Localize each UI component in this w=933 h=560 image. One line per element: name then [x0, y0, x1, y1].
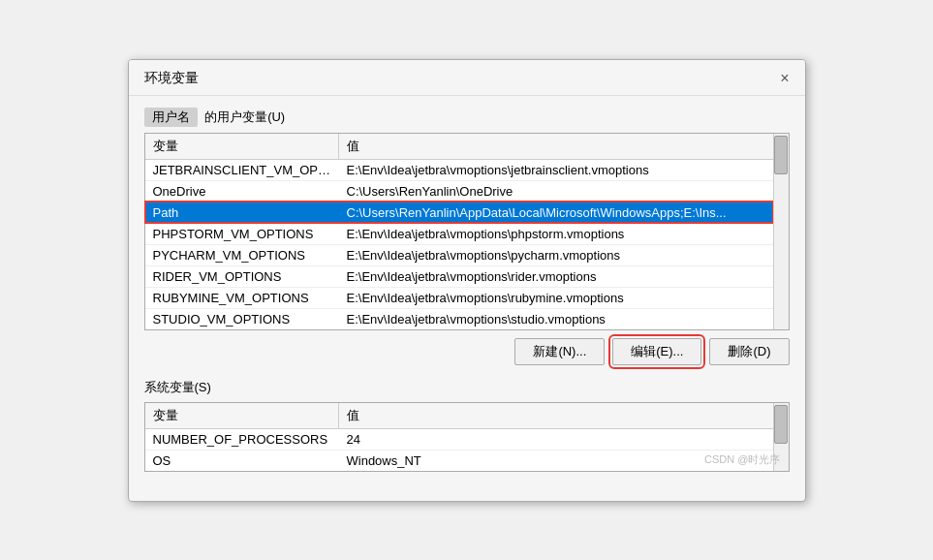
system-table-header-row: 变量 值: [145, 403, 773, 429]
system-col-val-header: 值: [339, 403, 773, 429]
system-table-wrapper: 变量 值 NUMBER_OF_PROCESSORS24OSWindows_NT …: [144, 402, 790, 472]
user-col-val-header: 值: [339, 134, 773, 160]
user-row-var: Path: [145, 202, 339, 223]
user-scrollbar-thumb[interactable]: [774, 136, 788, 174]
system-table-row[interactable]: OSWindows_NT: [145, 450, 773, 471]
user-buttons-row: 新建(N)... 编辑(E)... 删除(D): [144, 338, 790, 365]
user-scrollbar-track[interactable]: [773, 134, 789, 329]
user-table-header-row: 变量 值: [145, 134, 773, 160]
user-row-var: RIDER_VM_OPTIONS: [145, 265, 339, 287]
system-scrollbar-thumb[interactable]: [774, 405, 788, 444]
user-table-row[interactable]: OneDriveC:\Users\RenYanlin\OneDrive: [145, 180, 773, 202]
delete-user-var-button[interactable]: 删除(D): [709, 338, 789, 365]
user-section-header: 用户名 的用户变量(U): [144, 108, 790, 127]
system-table: 变量 值 NUMBER_OF_PROCESSORS24OSWindows_NT: [145, 403, 773, 471]
user-row-var: OneDrive: [145, 180, 339, 202]
system-table-body: NUMBER_OF_PROCESSORS24OSWindows_NT: [145, 428, 773, 471]
user-row-val: E:\Env\Idea\jetbra\vmoptions\studio.vmop…: [339, 308, 773, 329]
user-row-val: E:\Env\Idea\jetbra\vmoptions\rider.vmopt…: [339, 265, 773, 287]
new-user-var-button[interactable]: 新建(N)...: [514, 338, 605, 365]
user-row-var: PHPSTORM_VM_OPTIONS: [145, 223, 339, 244]
dialog-title: 环境变量: [144, 70, 199, 87]
title-bar: 环境变量 ×: [129, 60, 805, 96]
system-table-container: 变量 值 NUMBER_OF_PROCESSORS24OSWindows_NT …: [144, 402, 790, 472]
user-table-inner: 变量 值 JETBRAINSCLIENT_VM_OPTI...E:\Env\Id…: [145, 134, 773, 329]
user-table-wrapper: 变量 值 JETBRAINSCLIENT_VM_OPTI...E:\Env\Id…: [144, 133, 790, 330]
user-row-val: C:\Users\RenYanlin\AppData\Local\Microso…: [339, 202, 773, 223]
system-variables-section: 系统变量(S) 变量 值 NUMBER_OF_: [144, 379, 790, 472]
user-table-row[interactable]: PathC:\Users\RenYanlin\AppData\Local\Mic…: [145, 202, 773, 223]
user-table-row[interactable]: PYCHARM_VM_OPTIONSE:\Env\Idea\jetbra\vmo…: [145, 244, 773, 265]
user-variables-section: 用户名 的用户变量(U) 变量 值: [144, 108, 790, 365]
user-row-var: STUDIO_VM_OPTIONS: [145, 308, 339, 329]
user-table-row[interactable]: PHPSTORM_VM_OPTIONSE:\Env\Idea\jetbra\vm…: [145, 223, 773, 244]
dialog-body: 用户名 的用户变量(U) 变量 值: [129, 96, 805, 501]
user-table: 变量 值 JETBRAINSCLIENT_VM_OPTI...E:\Env\Id…: [145, 134, 773, 329]
system-row-var: NUMBER_OF_PROCESSORS: [145, 428, 339, 450]
system-section-label: 系统变量(S): [144, 380, 211, 394]
user-table-row[interactable]: JETBRAINSCLIENT_VM_OPTI...E:\Env\Idea\je…: [145, 159, 773, 180]
user-row-val: E:\Env\Idea\jetbra\vmoptions\phpstorm.vm…: [339, 223, 773, 244]
edit-user-var-button[interactable]: 编辑(E)...: [612, 338, 701, 365]
system-table-row[interactable]: NUMBER_OF_PROCESSORS24: [145, 428, 773, 450]
user-table-container: 变量 值 JETBRAINSCLIENT_VM_OPTI...E:\Env\Id…: [144, 133, 790, 330]
system-row-val: 24: [339, 428, 773, 450]
user-row-var: JETBRAINSCLIENT_VM_OPTI...: [145, 159, 339, 180]
user-row-val: C:\Users\RenYanlin\OneDrive: [339, 180, 773, 202]
user-row-val: E:\Env\Idea\jetbra\vmoptions\rubymine.vm…: [339, 287, 773, 308]
user-row-val: E:\Env\Idea\jetbra\vmoptions\pycharm.vmo…: [339, 244, 773, 265]
system-col-var-header: 变量: [145, 403, 339, 429]
system-table-inner: 变量 值 NUMBER_OF_PROCESSORS24OSWindows_NT: [145, 403, 773, 471]
user-col-var-header: 变量: [145, 134, 339, 160]
watermark-text: CSDN @时光序: [704, 452, 780, 467]
user-section-label: 的用户变量(U): [204, 109, 285, 124]
system-row-var: OS: [145, 450, 339, 471]
system-section-header: 系统变量(S): [144, 379, 790, 396]
user-row-var: PYCHARM_VM_OPTIONS: [145, 244, 339, 265]
user-table-body: JETBRAINSCLIENT_VM_OPTI...E:\Env\Idea\je…: [145, 159, 773, 329]
close-button[interactable]: ×: [776, 71, 793, 86]
user-row-var: RUBYMINE_VM_OPTIONS: [145, 287, 339, 308]
env-vars-dialog: 环境变量 × 用户名 的用户变量(U) 变量 值: [128, 59, 806, 502]
username-box: 用户名: [144, 108, 198, 127]
user-row-val: E:\Env\Idea\jetbra\vmoptions\jetbrainscl…: [339, 159, 773, 180]
user-table-row[interactable]: RUBYMINE_VM_OPTIONSE:\Env\Idea\jetbra\vm…: [145, 287, 773, 308]
user-table-row[interactable]: STUDIO_VM_OPTIONSE:\Env\Idea\jetbra\vmop…: [145, 308, 773, 329]
user-table-row[interactable]: RIDER_VM_OPTIONSE:\Env\Idea\jetbra\vmopt…: [145, 265, 773, 287]
